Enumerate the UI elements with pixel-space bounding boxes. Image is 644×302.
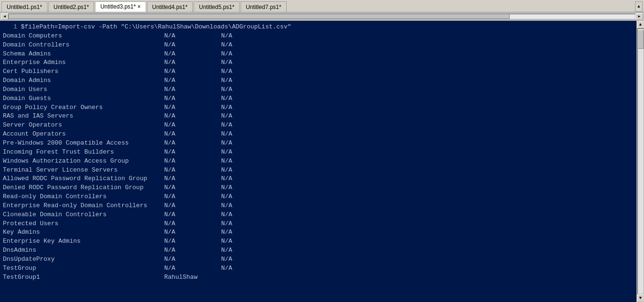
table-row: Windows Authorization Access GroupN/AN/A [3, 157, 634, 166]
col3-value: N/A [221, 255, 232, 264]
col2-value: N/A [164, 41, 221, 50]
col3-value: N/A [221, 264, 232, 273]
vertical-scrollbar: ▲ ▼ [636, 21, 644, 302]
group-name: Cloneable Domain Controllers [3, 210, 164, 220]
col2-value: N/A [164, 183, 221, 192]
col2-value: N/A [164, 228, 221, 237]
table-row: TestGroupN/AN/A [3, 264, 634, 273]
data-rows-container: Domain ComputersN/AN/ADomain Controllers… [3, 32, 634, 282]
group-name: DnsAdmins [3, 246, 164, 255]
col3-value: N/A [221, 220, 232, 229]
table-row: DnsAdminsN/AN/A [3, 246, 634, 255]
col2-value: N/A [164, 210, 221, 220]
col3-value: N/A [221, 94, 232, 103]
group-name: Key Admins [3, 228, 164, 237]
col3-value: N/A [221, 157, 232, 166]
col3-value: N/A [221, 85, 232, 94]
group-name: Enterprise Key Admins [3, 237, 164, 246]
col3-value: N/A [221, 246, 232, 255]
col2-value: N/A [164, 192, 221, 201]
group-name: Domain Controllers [3, 41, 164, 50]
col3-value: N/A [221, 210, 232, 220]
col2-value: N/A [164, 166, 221, 175]
table-row: Incoming Forest Trust BuildersN/AN/A [3, 148, 634, 157]
col3-value: N/A [221, 67, 232, 76]
table-row: Pre-Windows 2000 Compatible AccessN/AN/A [3, 139, 634, 148]
col2-value: N/A [164, 130, 221, 139]
h-scroll-thumb-top[interactable] [9, 14, 510, 19]
table-row: Domain ControllersN/AN/A [3, 41, 634, 50]
v-scroll-up-button[interactable]: ▲ [637, 21, 644, 28]
col2-value: N/A [164, 148, 221, 157]
line-number-1: 1 [3, 23, 17, 32]
tab-scroll-button[interactable]: ▲ [635, 1, 643, 12]
table-row: Group Policy Creator OwnersN/AN/A [3, 103, 634, 112]
col3-value: N/A [221, 121, 232, 130]
table-row: Cert PublishersN/AN/A [3, 67, 634, 76]
col3-value: N/A [221, 192, 232, 201]
table-row: Key AdminsN/AN/A [3, 228, 634, 237]
group-name: Domain Guests [3, 94, 164, 103]
v-scroll-thumb[interactable] [638, 30, 644, 49]
table-row: Cloneable Domain ControllersN/AN/A [3, 210, 634, 220]
col3-value: N/A [221, 228, 232, 237]
tab-untitled5[interactable]: Untitled5.ps1* [194, 1, 240, 12]
col2-value: N/A [164, 85, 221, 94]
col3-value: N/A [221, 237, 232, 246]
table-row: Domain AdminsN/AN/A [3, 76, 634, 85]
table-row: Domain UsersN/AN/A [3, 85, 634, 94]
group-name: Terminal Server License Servers [3, 166, 164, 175]
col3-value: N/A [221, 76, 232, 85]
col2-value: N/A [164, 201, 221, 210]
tab-untitled4[interactable]: Untitled4.ps1* [147, 1, 193, 12]
col2-value: N/A [164, 255, 221, 264]
tab-untitled7[interactable]: Untitled7.ps1* [241, 1, 287, 12]
col2-value: N/A [164, 174, 221, 183]
group-name: Cert Publishers [3, 67, 164, 76]
tab-untitled3[interactable]: Untitled3.ps1* × [95, 1, 146, 12]
console-area: 1 $filePath=Import-csv -Path "C:\Users\R… [0, 21, 636, 302]
group-name: Enterprise Read-only Domain Controllers [3, 201, 164, 210]
group-name: DnsUpdateProxy [3, 255, 164, 264]
table-row: Enterprise Read-only Domain ControllersN… [3, 201, 634, 210]
col3-value: N/A [221, 130, 232, 139]
group-name: Incoming Forest Trust Builders [3, 148, 164, 157]
group-name: TestGroup1 [3, 273, 164, 282]
col2-value: N/A [164, 32, 221, 41]
table-row: Schema AdminsN/AN/A [3, 50, 634, 59]
table-row: Denied RODC Password Replication GroupN/… [3, 183, 634, 192]
h-scroll-right-arrow[interactable]: ► [635, 13, 643, 20]
col2-value: N/A [164, 58, 221, 67]
horizontal-scrollbar-top: ◄ ► [0, 12, 644, 21]
tab-untitled2[interactable]: Untitled2.ps1* [48, 1, 94, 12]
col3-value: N/A [221, 32, 232, 41]
table-row: Read-only Domain ControllersN/AN/A [3, 192, 634, 201]
col2-value: N/A [164, 264, 221, 273]
table-row: Domain GuestsN/AN/A [3, 94, 634, 103]
v-scroll-track[interactable] [637, 28, 644, 294]
console-wrapper: 1 $filePath=Import-csv -Path "C:\Users\R… [0, 21, 644, 302]
col2-value: N/A [164, 237, 221, 246]
table-row: Account OperatorsN/AN/A [3, 130, 634, 139]
group-name: Allowed RODC Password Replication Group [3, 174, 164, 183]
table-row: Allowed RODC Password Replication GroupN… [3, 174, 634, 183]
v-scroll-down-button[interactable]: ▼ [637, 294, 644, 302]
col3-value: N/A [221, 58, 232, 67]
group-name: RAS and IAS Servers [3, 112, 164, 121]
group-name: TestGroup [3, 264, 164, 273]
group-name: Domain Admins [3, 76, 164, 85]
col2-value: N/A [164, 50, 221, 59]
col3-value: N/A [221, 174, 232, 183]
h-scroll-track-top[interactable] [9, 14, 635, 19]
col3-value: N/A [221, 166, 232, 175]
group-name: Schema Admins [3, 50, 164, 59]
group-name: Read-only Domain Controllers [3, 192, 164, 201]
group-name: Pre-Windows 2000 Compatible Access [3, 139, 164, 148]
col2-value: RahulShaw [164, 273, 221, 282]
group-name: Denied RODC Password Replication Group [3, 183, 164, 192]
table-row: Terminal Server License ServersN/AN/A [3, 166, 634, 175]
tab-untitled1[interactable]: Untitled1.ps1* [1, 1, 47, 12]
h-scroll-left-arrow[interactable]: ◄ [1, 13, 9, 20]
col3-value: N/A [221, 41, 232, 50]
group-name: Group Policy Creator Owners [3, 103, 164, 112]
